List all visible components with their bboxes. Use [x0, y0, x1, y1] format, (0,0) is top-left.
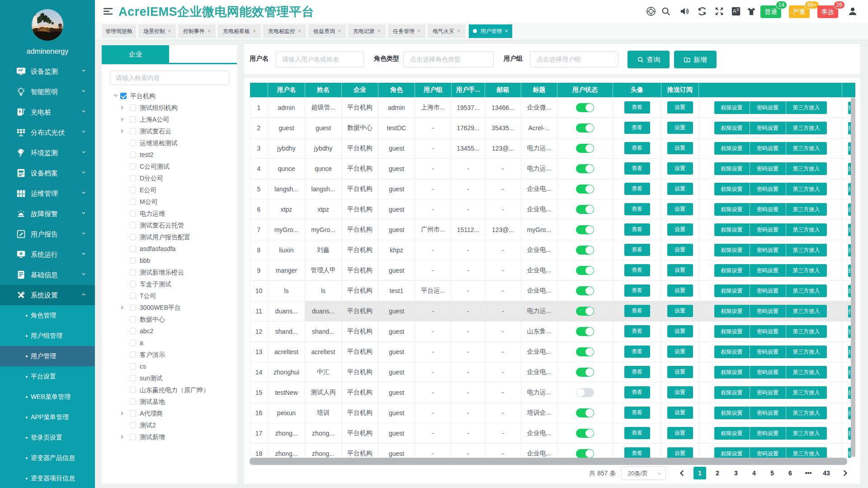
svg-text:文: 文: [736, 8, 739, 12]
